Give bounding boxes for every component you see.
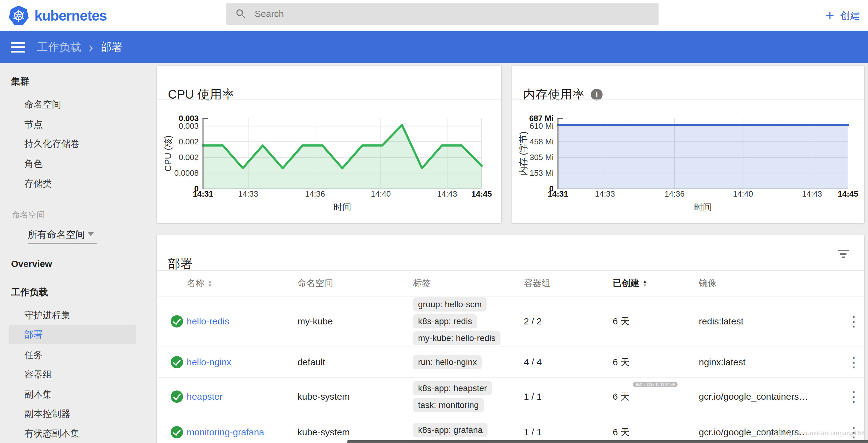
info-icon[interactable]: i — [591, 89, 602, 100]
table-body: hello-redis my-kube group: hello-scm k8s… — [157, 296, 864, 443]
table-row: heapster kube-system k8s-app: heapster t… — [157, 378, 864, 416]
svg-text:时间: 时间 — [334, 202, 351, 212]
namespace-select[interactable]: 所有命名空间 — [28, 228, 85, 241]
row-menu-icon[interactable]: ⋮ — [847, 391, 861, 402]
namespace-cell: default — [298, 357, 325, 367]
row-menu-icon[interactable]: ⋮ — [847, 357, 861, 367]
table-row: monitoring-grafana kube-system k8s-app: … — [157, 416, 864, 443]
deployment-link[interactable]: hello-nginx — [187, 357, 231, 367]
search-icon — [236, 9, 246, 19]
svg-text:153 Mi: 153 Mi — [530, 168, 554, 177]
filter-icon[interactable] — [838, 250, 849, 260]
svg-text:14:31: 14:31 — [193, 189, 214, 199]
svg-text:14:36: 14:36 — [665, 189, 685, 199]
age-cell: 6 天 — [613, 315, 630, 328]
sidebar-item-storage-classes[interactable]: 存储类 — [24, 177, 52, 190]
search-bar[interactable] — [226, 3, 658, 25]
search-input[interactable] — [254, 8, 624, 19]
watermark: http://blog.csdn.net/aixiaoyang168 — [761, 429, 865, 437]
label-chip: my-kube: hello-redis — [413, 331, 500, 345]
sidebar-item-deployments[interactable]: 部署 — [9, 325, 136, 344]
labels-cell: k8s-app: heapster task: monitoring — [413, 381, 492, 412]
svg-text:14:31: 14:31 — [548, 189, 568, 199]
create-label: 创建 — [840, 9, 860, 23]
row-menu-icon[interactable]: ⋮ — [847, 316, 861, 327]
pods-cell: 1 / 1 — [524, 391, 541, 402]
breadcrumb-bar: 工作负载 › 部署 — [0, 31, 868, 63]
svg-text:14:33: 14:33 — [238, 189, 258, 199]
status-ok-icon — [171, 315, 183, 328]
svg-text:14:45: 14:45 — [471, 189, 492, 199]
deployment-link[interactable]: hello-redis — [187, 316, 229, 327]
status-ok-icon — [171, 390, 183, 403]
table-row: hello-nginx default run: hello-nginx 4 /… — [157, 347, 864, 378]
sidebar-section-workloads: 工作负载 — [11, 286, 48, 299]
svg-text:时间: 时间 — [694, 202, 712, 212]
svg-text:14:40: 14:40 — [733, 189, 753, 199]
breadcrumb-parent[interactable]: 工作负载 — [37, 40, 81, 55]
svg-text:14:40: 14:40 — [371, 189, 391, 199]
sidebar-item-namespaces[interactable]: 命名空间 — [24, 98, 61, 111]
label-chip: k8s-app: redis — [413, 314, 477, 329]
label-chip: group: hello-scm — [413, 297, 487, 311]
column-header-namespace: 命名空间 — [298, 277, 333, 289]
label-chip: task: monitoring — [413, 398, 484, 412]
age-cell: 6 天 — [613, 426, 630, 439]
sidebar-item-roles[interactable]: 角色 — [24, 158, 43, 170]
svg-text:14:36: 14:36 — [305, 189, 325, 199]
age-cell: 6 天 — [613, 390, 630, 403]
svg-text:458 Mi: 458 Mi — [530, 137, 554, 146]
namespace-cell: my-kube — [298, 316, 333, 327]
images-cell: nginx:latest — [699, 357, 746, 367]
kubernetes-logo — [8, 5, 30, 26]
column-header-name[interactable]: 名称 ▲▼ — [187, 277, 212, 289]
pods-cell: 4 / 4 — [524, 357, 541, 367]
images-cell: gcr.io/google_containers… — [699, 391, 808, 402]
status-ok-icon — [171, 426, 183, 438]
sidebar-item-overview[interactable]: Overview — [11, 259, 52, 269]
cpu-usage-card: CPU 使用率 0.0030.0030.0020.0020.0008014:31… — [157, 66, 501, 223]
memory-usage-card: 内存使用率 i 687 Mi610 Mi458 Mi305 Mi153 Mi01… — [512, 66, 864, 223]
table-row: hello-redis my-kube group: hello-scm k8s… — [157, 296, 864, 347]
namespace-select-label: 命名空间 — [12, 209, 45, 220]
images-cell: redis:latest — [699, 316, 743, 327]
column-header-created[interactable]: 已创建 ▲▼ — [613, 277, 647, 289]
svg-text:0.003: 0.003 — [179, 121, 199, 131]
sidebar-item-replica-sets[interactable]: 副本集 — [24, 388, 52, 401]
svg-text:0.002: 0.002 — [179, 137, 199, 146]
brand[interactable]: kubernetes — [8, 5, 107, 26]
deployment-link[interactable]: heapster — [187, 391, 223, 402]
memory-usage-chart: 687 Mi610 Mi458 Mi305 Mi153 Mi014:3114:3… — [512, 99, 864, 223]
sidebar-item-deployments-label: 部署 — [24, 329, 43, 341]
labels-cell: run: hello-nginx — [413, 355, 482, 369]
sidebar-item-persistent-volumes[interactable]: 持久化存储卷 — [24, 138, 80, 150]
deployments-card: 部署 名称 ▲▼ 命名空间 标签 容器组 已创建 ▲▼ 镜像 — [157, 235, 864, 443]
sort-arrows-active-icon: ▲▼ — [643, 279, 647, 287]
table-title: 部署 — [168, 255, 192, 272]
deployment-link[interactable]: monitoring-grafana — [187, 427, 264, 438]
pods-cell: 2 / 2 — [524, 316, 541, 327]
svg-text:14:45: 14:45 — [838, 189, 859, 199]
label-chip: k8s-app: grafana — [413, 423, 488, 437]
menu-icon[interactable] — [11, 42, 25, 53]
sidebar-item-daemon-sets[interactable]: 守护进程集 — [24, 309, 70, 322]
namespace-cell: kube-system — [298, 391, 350, 402]
sidebar-item-pods[interactable]: 容器组 — [24, 368, 52, 381]
top-header: kubernetes + 创建 — [0, 0, 868, 31]
sidebar-item-jobs[interactable]: 任务 — [24, 349, 43, 362]
created-at-tooltip: 创建于 2017-10-19T07:49 — [633, 382, 678, 387]
sidebar-item-nodes[interactable]: 节点 — [24, 118, 43, 131]
horizontal-scrollbar[interactable] — [347, 440, 868, 443]
svg-text:14:43: 14:43 — [437, 189, 457, 199]
sort-arrows-icon: ▲▼ — [208, 279, 212, 287]
sidebar-item-stateful-sets[interactable]: 有状态副本集 — [24, 427, 80, 440]
svg-text:内存 (字节): 内存 (字节) — [518, 132, 528, 175]
column-header-pods: 容器组 — [524, 277, 551, 289]
svg-text:305 Mi: 305 Mi — [530, 153, 554, 162]
svg-text:CPU (核): CPU (核) — [163, 135, 173, 172]
sidebar-item-replication-controllers[interactable]: 副本控制器 — [24, 408, 70, 420]
label-chip: k8s-app: heapster — [413, 381, 492, 396]
dropdown-caret-icon[interactable] — [87, 232, 94, 236]
svg-text:14:33: 14:33 — [595, 189, 615, 199]
create-button[interactable]: + 创建 — [824, 0, 862, 31]
